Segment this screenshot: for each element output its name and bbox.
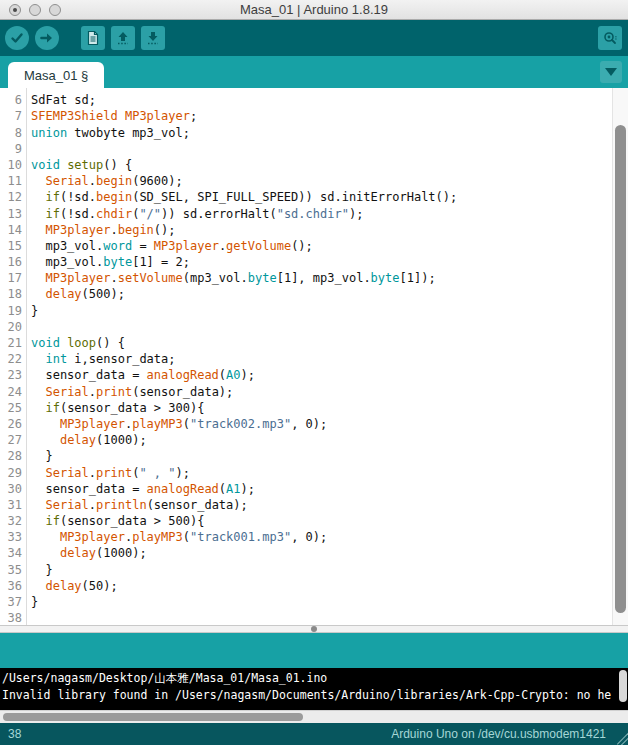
code-line[interactable]: 30 sensor_data = analogRead(A1);	[0, 481, 628, 497]
code-line[interactable]: 8union twobyte mp3_vol;	[0, 125, 628, 141]
console-hscrollbar-thumb[interactable]	[3, 713, 303, 721]
editor-scrollbar-thumb[interactable]	[615, 125, 626, 613]
code-line[interactable]: 9	[0, 141, 628, 157]
resize-grip[interactable]	[612, 729, 628, 745]
console-line: /Users/nagasm/Desktop/山本雅/Masa_01/Masa_0…	[2, 670, 628, 687]
chevron-down-icon	[605, 68, 617, 76]
code-line-text: SFEMP3Shield MP3player;	[27, 108, 197, 124]
code-line[interactable]: 21void loop() {	[0, 335, 628, 351]
arrow-up-icon	[115, 30, 131, 46]
code-line[interactable]: 26 MP3player.playMP3("track002.mp3", 0);	[0, 416, 628, 432]
code-line-text: SdFat sd;	[27, 92, 96, 108]
code-line-text: MP3player.playMP3("track002.mp3", 0);	[27, 416, 327, 432]
console-scrollbar-thumb[interactable]	[619, 670, 627, 702]
code-line-text	[27, 319, 31, 335]
line-number: 20	[0, 319, 27, 335]
code-line[interactable]: 29 Serial.print(" , ");	[0, 465, 628, 481]
code-line-text: }	[27, 594, 38, 610]
line-number: 23	[0, 367, 27, 383]
line-number: 22	[0, 351, 27, 367]
arduino-ide-window: Masa_01 | Arduino 1.8.19	[0, 0, 628, 745]
document-icon	[85, 30, 101, 46]
code-line[interactable]: 35 }	[0, 562, 628, 578]
code-line[interactable]: 17 MP3player.setVolume(mp3_vol.byte[1], …	[0, 270, 628, 286]
line-number: 30	[0, 481, 27, 497]
save-sketch-button[interactable]	[141, 26, 165, 50]
code-line[interactable]: 36 delay(50);	[0, 578, 628, 594]
line-number: 27	[0, 432, 27, 448]
code-line[interactable]: 24 Serial.print(sensor_data);	[0, 384, 628, 400]
code-line[interactable]: 20	[0, 319, 628, 335]
code-line[interactable]: 10void setup() {	[0, 157, 628, 173]
code-line[interactable]: 15 mp3_vol.word = MP3player.getVolume();	[0, 238, 628, 254]
close-window-button[interactable]	[9, 4, 21, 16]
code-line[interactable]: 37}	[0, 594, 628, 610]
zoom-window-button[interactable]	[49, 4, 61, 16]
line-number: 38	[0, 610, 27, 625]
code-line-text: MP3player.begin();	[27, 222, 176, 238]
code-line-text: MP3player.playMP3("track001.mp3", 0);	[27, 529, 327, 545]
code-line-text: if(!sd.chdir("/")) sd.errorHalt("sd.chdi…	[27, 206, 363, 222]
code-line-text: }	[27, 562, 53, 578]
tab-masa-01[interactable]: Masa_01 §	[8, 62, 104, 88]
code-line-text: Serial.begin(9600);	[27, 173, 183, 189]
code-line[interactable]: 25 if(sensor_data > 300){	[0, 400, 628, 416]
line-number: 8	[0, 125, 27, 141]
status-message-band	[0, 633, 628, 668]
code-line-text: delay(1000);	[27, 432, 147, 448]
line-number: 33	[0, 529, 27, 545]
code-line[interactable]: 31 Serial.println(sensor_data);	[0, 497, 628, 513]
line-number: 26	[0, 416, 27, 432]
code-area[interactable]: 56SdFat sd;7SFEMP3Shield MP3player;8unio…	[0, 88, 628, 625]
code-line[interactable]: 13 if(!sd.chdir("/")) sd.errorHalt("sd.c…	[0, 206, 628, 222]
code-line[interactable]: 32 if(sensor_data > 500){	[0, 513, 628, 529]
code-line[interactable]: 18 delay(500);	[0, 286, 628, 302]
code-line-text	[27, 141, 31, 157]
line-number: 28	[0, 448, 27, 464]
code-line[interactable]: 33 MP3player.playMP3("track001.mp3", 0);	[0, 529, 628, 545]
line-number: 11	[0, 173, 27, 189]
console-splitter[interactable]	[0, 625, 628, 633]
code-line[interactable]: 22 int i,sensor_data;	[0, 351, 628, 367]
code-line-text: int i,sensor_data;	[27, 351, 176, 367]
minimize-window-button[interactable]	[29, 4, 41, 16]
line-number: 31	[0, 497, 27, 513]
line-number: 12	[0, 189, 27, 205]
line-number: 15	[0, 238, 27, 254]
title-bar: Masa_01 | Arduino 1.8.19	[0, 0, 628, 20]
code-editor[interactable]: 56SdFat sd;7SFEMP3Shield MP3player;8unio…	[0, 88, 628, 625]
code-line[interactable]: 14 MP3player.begin();	[0, 222, 628, 238]
console-horizontal-scrollbar[interactable]	[0, 710, 628, 723]
check-icon	[9, 30, 25, 46]
serial-monitor-button[interactable]	[598, 26, 622, 50]
code-line-text: Serial.println(sensor_data);	[27, 497, 248, 513]
code-line-text: if(sensor_data > 500){	[27, 513, 204, 529]
code-line-text: mp3_vol.word = MP3player.getVolume();	[27, 238, 313, 254]
tab-label: Masa_01 §	[24, 68, 88, 83]
magnifier-icon	[602, 30, 618, 46]
new-sketch-button[interactable]	[81, 26, 105, 50]
code-line-text: union twobyte mp3_vol;	[27, 125, 190, 141]
upload-button[interactable]	[35, 26, 59, 50]
code-line[interactable]: 16 mp3_vol.byte[1] = 2;	[0, 254, 628, 270]
tab-menu-button[interactable]	[600, 61, 622, 83]
line-number: 32	[0, 513, 27, 529]
code-line[interactable]: 38	[0, 610, 628, 625]
code-line[interactable]: 27 delay(1000);	[0, 432, 628, 448]
code-line-text: void setup() {	[27, 157, 132, 173]
code-line[interactable]: 12 if(!sd.begin(SD_SEL, SPI_FULL_SPEED))…	[0, 189, 628, 205]
code-line[interactable]: 11 Serial.begin(9600);	[0, 173, 628, 189]
console-output[interactable]: /Users/nagasm/Desktop/山本雅/Masa_01/Masa_0…	[0, 668, 628, 710]
code-line[interactable]: 7SFEMP3Shield MP3player;	[0, 108, 628, 124]
line-number: 14	[0, 222, 27, 238]
open-sketch-button[interactable]	[111, 26, 135, 50]
arrow-down-icon	[145, 30, 161, 46]
code-line[interactable]: 23 sensor_data = analogRead(A0);	[0, 367, 628, 383]
verify-button[interactable]	[5, 26, 29, 50]
editor-vertical-scrollbar[interactable]	[612, 88, 628, 625]
code-line-text: Serial.print(sensor_data);	[27, 384, 233, 400]
code-line[interactable]: 28 }	[0, 448, 628, 464]
code-line[interactable]: 34 delay(1000);	[0, 545, 628, 561]
code-line[interactable]: 6SdFat sd;	[0, 92, 628, 108]
code-line[interactable]: 19}	[0, 303, 628, 319]
